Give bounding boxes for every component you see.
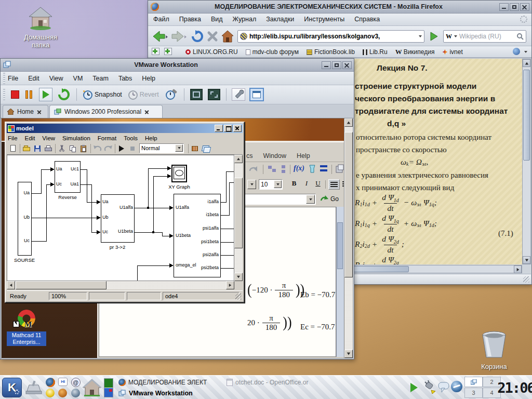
menu-edit[interactable]: Edit bbox=[28, 75, 39, 82]
menu-simulation[interactable]: Simulation bbox=[62, 135, 90, 141]
open-icon[interactable] bbox=[22, 144, 31, 153]
start-simulation-icon[interactable] bbox=[117, 144, 126, 153]
scrollbar-thumb[interactable] bbox=[344, 132, 353, 277]
menu-view[interactable]: View bbox=[42, 135, 55, 141]
menu-format[interactable]: Format bbox=[98, 135, 116, 141]
menu-vm[interactable]: VM bbox=[73, 75, 83, 82]
menu-help[interactable]: Справка bbox=[354, 16, 380, 23]
summary-view-button[interactable] bbox=[232, 88, 245, 101]
bookmark-add-icon[interactable] bbox=[152, 48, 159, 55]
close-button[interactable] bbox=[342, 61, 352, 69]
simulation-mode-select[interactable]: Normal bbox=[139, 143, 184, 153]
bookmark-item[interactable]: mdv-club форум bbox=[246, 48, 299, 56]
tab-home[interactable]: Home bbox=[3, 105, 48, 118]
menu-view[interactable]: View bbox=[49, 75, 63, 82]
scrollbar-thumb[interactable] bbox=[16, 281, 107, 289]
menu-view[interactable]: Вид bbox=[211, 16, 223, 23]
taskbar-task-openoffice[interactable]: otchet.doc - OpenOffice.or bbox=[227, 377, 325, 388]
bookmark-item[interactable]: ivnet bbox=[442, 48, 462, 56]
power-on-button[interactable] bbox=[39, 88, 52, 101]
menu-file[interactable]: File bbox=[8, 75, 18, 82]
taskbar-task-firefox[interactable]: МОДЕЛИРОВАНИЕ ЭЛЕКТ bbox=[118, 377, 223, 388]
vm-guest-display[interactable]: M Mathcad 11Enterpris... cs Window Help bbox=[2, 118, 353, 358]
simulink-titlebar[interactable]: model bbox=[7, 124, 243, 133]
kmenu-button[interactable]: K bbox=[2, 378, 22, 397]
pager-desktop-1[interactable] bbox=[104, 379, 113, 388]
page-vertical-scrollbar[interactable] bbox=[522, 59, 531, 264]
minimize-button[interactable] bbox=[322, 61, 331, 69]
print-icon[interactable] bbox=[44, 144, 53, 153]
component-icon[interactable] bbox=[335, 164, 344, 174]
url-bar[interactable]: http://elib.ispu.ru/library/lessons/kolg… bbox=[237, 30, 424, 43]
undo-icon[interactable] bbox=[93, 144, 102, 153]
guest-shortcut-mathcad[interactable]: M Mathcad 11Enterpris... bbox=[7, 310, 46, 346]
menu-tools[interactable]: Tools bbox=[124, 135, 138, 141]
scrollbar-thumb[interactable] bbox=[234, 178, 243, 248]
pager-desktop-2[interactable] bbox=[104, 388, 113, 397]
search-placeholder[interactable]: Wikipedia (RU) bbox=[459, 33, 514, 40]
go-arrow-icon[interactable] bbox=[320, 194, 329, 204]
mathcad-vertical-scrollbar[interactable] bbox=[336, 207, 344, 357]
search-engine-dropdown-icon[interactable] bbox=[454, 35, 457, 37]
insert-function-button[interactable]: f(x) bbox=[294, 164, 304, 172]
desktop-icon-home-folder[interactable]: Домашняя папка bbox=[15, 6, 66, 49]
library-browser-icon[interactable] bbox=[191, 144, 200, 153]
align-left-button[interactable] bbox=[328, 179, 340, 190]
guest-vertical-scrollbar[interactable] bbox=[344, 118, 353, 358]
redo-icon[interactable] bbox=[248, 165, 259, 174]
underline-button[interactable]: U bbox=[313, 179, 323, 190]
bold-button[interactable]: B bbox=[289, 179, 299, 190]
scrollbar-thumb[interactable] bbox=[345, 266, 409, 272]
close-tab-icon[interactable] bbox=[144, 110, 149, 114]
paste-icon[interactable] bbox=[79, 144, 88, 153]
maximize-button[interactable] bbox=[224, 125, 232, 132]
search-engine-icon[interactable]: W bbox=[446, 33, 452, 41]
chat-bubble-tray-icon[interactable] bbox=[437, 381, 451, 394]
fit-guest-button[interactable] bbox=[208, 89, 220, 100]
pager-cell-3[interactable]: 3 bbox=[464, 388, 483, 398]
toolbar-handle[interactable] bbox=[3, 73, 5, 84]
koffice-icon[interactable] bbox=[58, 389, 67, 397]
revert-button[interactable]: Revert bbox=[127, 89, 159, 100]
model-browser-icon[interactable] bbox=[202, 144, 210, 153]
resize-grip[interactable] bbox=[523, 276, 529, 283]
scrollbar-thumb[interactable] bbox=[337, 222, 343, 269]
bookmark-folder-add-icon[interactable] bbox=[164, 48, 172, 55]
close-button[interactable] bbox=[233, 125, 242, 132]
menu-help[interactable]: Help bbox=[145, 135, 157, 141]
new-model-icon[interactable] bbox=[9, 144, 18, 153]
font-size-select[interactable]: 10 bbox=[259, 179, 283, 190]
menu-tabs[interactable]: Tabs bbox=[118, 75, 132, 82]
model-horizontal-scrollbar[interactable] bbox=[7, 281, 234, 289]
insert-unit-icon[interactable] bbox=[308, 164, 317, 175]
search-box[interactable]: W Wikipedia (RU) bbox=[443, 30, 526, 43]
menu-fragment[interactable]: cs bbox=[246, 152, 253, 159]
scrollbar-thumb[interactable] bbox=[523, 70, 530, 161]
maximize-button[interactable] bbox=[510, 3, 519, 11]
vmware-titlebar[interactable]: VMware Workstation bbox=[1, 59, 354, 72]
suspend-button[interactable] bbox=[25, 90, 34, 99]
cut-icon[interactable] bbox=[58, 144, 66, 153]
fullscreen-button[interactable] bbox=[190, 89, 203, 100]
reload-button[interactable] bbox=[191, 30, 204, 43]
menu-tools[interactable]: Инструменты bbox=[304, 16, 344, 23]
power-plug-tray-icon[interactable] bbox=[422, 380, 437, 395]
menu-edit[interactable]: Правка bbox=[179, 16, 201, 23]
konqueror-tray-icon[interactable] bbox=[451, 381, 462, 392]
resize-grip[interactable] bbox=[235, 294, 242, 300]
maximize-button[interactable] bbox=[332, 61, 341, 69]
menu-bookmarks[interactable]: Закладки bbox=[266, 16, 294, 23]
show-desktop-button[interactable] bbox=[25, 380, 43, 396]
snapshot-manager-icon[interactable] bbox=[165, 89, 178, 100]
pager-cell-1[interactable] bbox=[464, 377, 483, 387]
font-dropdown-button[interactable] bbox=[247, 180, 256, 189]
forward-button[interactable] bbox=[171, 30, 187, 43]
copy-icon[interactable] bbox=[69, 144, 77, 153]
redo-icon[interactable] bbox=[104, 144, 113, 153]
italic-button[interactable]: I bbox=[301, 179, 312, 190]
home-launcher-icon[interactable] bbox=[81, 378, 103, 398]
block-xy-graph[interactable] bbox=[171, 165, 187, 182]
desktop-icon-trash[interactable]: Корзина bbox=[466, 330, 523, 370]
toolbar-handle[interactable] bbox=[3, 89, 5, 100]
menu-team[interactable]: Team bbox=[92, 75, 109, 82]
